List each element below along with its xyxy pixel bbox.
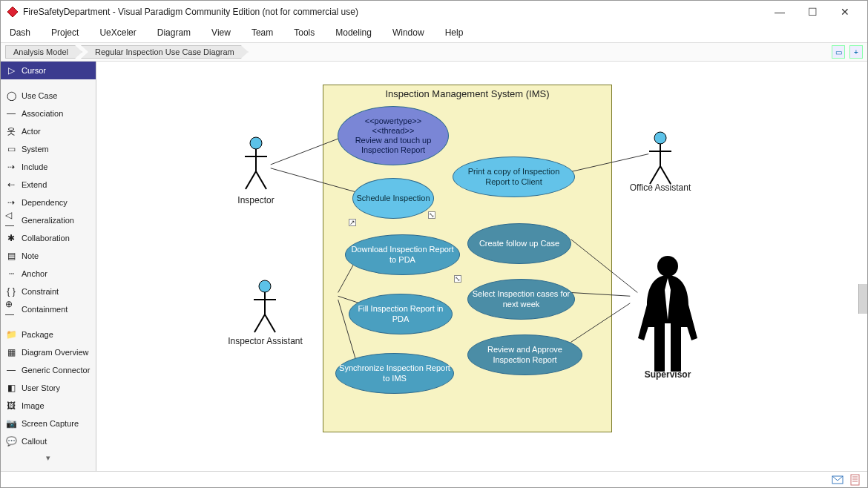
palette-use-case[interactable]: ◯Use Case [1, 87, 96, 105]
palette-item-label: Dependency [22, 198, 68, 207]
mail-icon[interactable] [832, 474, 844, 486]
palette-user-story[interactable]: ◧User Story [1, 379, 96, 397]
minimize-button[interactable]: — [763, 1, 796, 22]
svg-line-18 [254, 314, 265, 332]
palette-system[interactable]: ▭System [1, 140, 96, 158]
maximize-button[interactable]: ☐ [796, 1, 829, 22]
usecase-approve[interactable]: Review and Approve Inspection Report [467, 334, 582, 375]
menu-modeling[interactable]: Modeling [335, 27, 372, 38]
palette-item-label: Containment [22, 305, 68, 314]
palette-collaboration[interactable]: ✱Collaboration [1, 229, 96, 247]
cursor-icon: ▷ [5, 65, 17, 76]
menu-window[interactable]: Window [392, 27, 424, 38]
actor-office-label: Office Assistant [623, 182, 697, 193]
breadcrumb-diagram[interactable]: Regular Inspection Use Case Diagram [81, 45, 249, 59]
reference-marker-3[interactable]: ⤡ [454, 275, 461, 283]
palette-cursor[interactable]: ▷Cursor [1, 62, 96, 79]
palette-constraint[interactable]: { }Constraint [1, 283, 96, 300]
diagram-canvas[interactable]: Inspection Management System (IMS) [96, 62, 867, 471]
palette-image[interactable]: 🖼Image [1, 397, 96, 415]
menu-team[interactable]: Team [251, 27, 273, 38]
palette-generalization[interactable]: ◁—Generalization [1, 211, 96, 229]
menu-help[interactable]: Help [445, 27, 464, 38]
toolbar-new-icon[interactable]: + [849, 45, 863, 59]
palette-actor[interactable]: 옷Actor [1, 122, 96, 140]
palette-item-label: Image [22, 401, 45, 410]
reference-marker-1[interactable]: ↗ [349, 219, 356, 226]
dependency-icon: ⇢ [5, 197, 17, 208]
window-title: FireSafetyDepartment - Visual Paradigm C… [23, 7, 763, 17]
svg-line-24 [660, 166, 671, 184]
svg-point-25 [657, 256, 678, 277]
actor-inspector-label: Inspector [230, 195, 282, 205]
palette-item-label: Association [22, 109, 63, 118]
usecase-schedule[interactable]: Schedule Inspection [352, 178, 434, 219]
usecase-sync[interactable]: Synchronize Inspection Report to IMS [335, 353, 454, 394]
menu-view[interactable]: View [211, 27, 231, 38]
palette-note[interactable]: ▤Note [1, 247, 96, 265]
palette-expand-icon[interactable]: ▾ [1, 450, 96, 466]
usecase-download[interactable]: Download Inspection Report to PDA [345, 234, 460, 275]
palette-item-label: Screen Capture [22, 419, 79, 428]
palette-item-label: Package [22, 330, 53, 339]
note-status-icon[interactable] [849, 474, 861, 486]
palette-item-label: Anchor [22, 269, 47, 278]
menu-uexceler[interactable]: UeXceler [99, 27, 136, 38]
association-icon: — [5, 108, 17, 119]
package-icon: 📁 [5, 329, 17, 340]
palette-item-label: Callout [22, 437, 47, 446]
palette-item-label: Cursor [22, 66, 46, 75]
generic-icon: — [5, 364, 17, 376]
breadcrumb-bar: Analysis Model Regular Inspection Use Ca… [1, 42, 867, 62]
svg-marker-0 [7, 7, 18, 17]
svg-rect-27 [851, 475, 859, 485]
palette-package[interactable]: 📁Package [1, 326, 96, 343]
reference-marker-2[interactable]: ⤡ [428, 211, 435, 219]
system-icon: ▭ [5, 143, 17, 155]
palette-item-label: System [22, 145, 49, 154]
toolbar-layout-icon[interactable]: ▭ [832, 45, 845, 59]
palette-generic-connector[interactable]: —Generic Connector [1, 361, 96, 379]
palette-item-label: Generalization [22, 216, 74, 225]
containment-icon: ⊕— [5, 303, 17, 315]
palette-callout[interactable]: 💬Callout [1, 432, 96, 450]
menu-project[interactable]: Project [51, 27, 79, 38]
svg-line-13 [246, 171, 256, 189]
palette-diagram-overview[interactable]: ▦Diagram Overview [1, 343, 96, 361]
svg-line-14 [256, 171, 266, 189]
actor-supervisor[interactable] [631, 253, 705, 372]
usecase-followup[interactable]: Create follow up Case [467, 223, 571, 264]
palette-containment[interactable]: ⊕—Containment [1, 300, 96, 318]
palette-screen-capture[interactable]: 📷Screen Capture [1, 415, 96, 432]
palette-item-label: Constraint [22, 287, 59, 296]
constraint-icon: { } [5, 286, 17, 297]
menu-dash[interactable]: Dash [10, 27, 30, 38]
actor-inspector[interactable] [241, 136, 271, 195]
actor-office[interactable] [645, 131, 675, 190]
breadcrumb-analysis-model[interactable]: Analysis Model [5, 45, 82, 59]
menu-diagram[interactable]: Diagram [157, 27, 191, 38]
usecase-fill[interactable]: Fill Inspection Report in PDA [349, 294, 453, 334]
callout-icon: 💬 [5, 435, 17, 447]
close-button[interactable]: ✕ [829, 1, 861, 22]
collaboration-icon: ✱ [5, 232, 17, 244]
canvas-wrap: Inspection Management System (IMS) [96, 62, 867, 471]
palette-item-label: Collaboration [22, 234, 70, 243]
usecase-review-touchup[interactable]: <<powertype>> <<thread>> Review and touc… [338, 106, 449, 165]
palette-anchor[interactable]: ┄Anchor [1, 265, 96, 283]
palette-extend[interactable]: ⇠Extend [1, 176, 96, 194]
statusbar [1, 471, 867, 487]
palette-dependency[interactable]: ⇢Dependency [1, 194, 96, 211]
palette-item-label: Note [22, 251, 39, 260]
actor-assistant[interactable] [250, 279, 280, 338]
svg-point-15 [259, 280, 271, 292]
main-area: ▷Cursor◯Use Case—Association옷Actor▭Syste… [1, 62, 867, 471]
capture-icon: 📷 [5, 418, 17, 429]
palette-item-label: User Story [22, 383, 60, 392]
usecase-print[interactable]: Print a copy of Inspection Report to Cli… [453, 156, 575, 197]
usecase-select[interactable]: Select Inspection cases for next week [467, 279, 575, 320]
anchor-icon: ┄ [5, 268, 17, 280]
palette-include[interactable]: ⇢Include [1, 158, 96, 176]
menu-tools[interactable]: Tools [294, 27, 315, 38]
palette-association[interactable]: —Association [1, 105, 96, 122]
